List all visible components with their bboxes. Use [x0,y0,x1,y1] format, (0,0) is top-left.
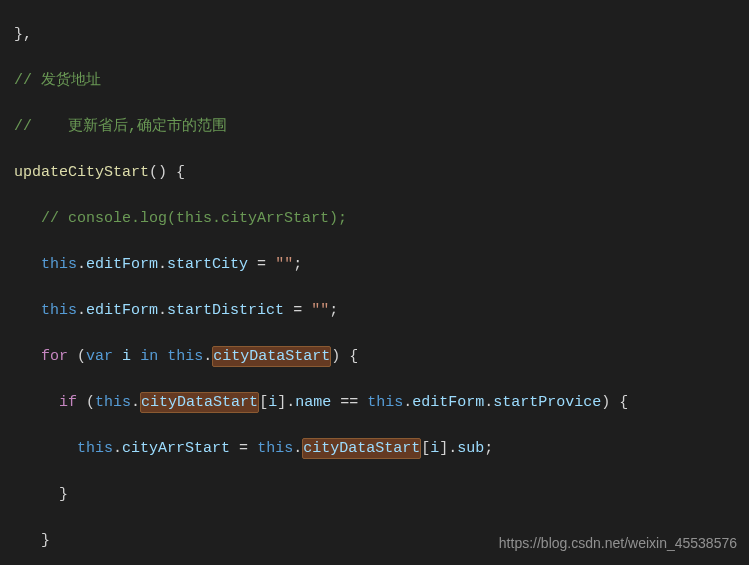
comment: // 更新省后,确定市的范围 [14,118,227,135]
comment: // 发货地址 [14,72,101,89]
code-line: this.cityArrStart = this.cityDataStart[i… [14,437,749,460]
function-name: updateCityStart [14,164,149,181]
code-line: this.editForm.startCity = ""; [14,253,749,276]
highlight: cityDataStart [141,394,258,411]
var-i: i [268,394,277,411]
watermark-text: https://blog.csdn.net/weixin_45538576 [499,532,737,555]
keyword-if: if [59,394,77,411]
code-line: updateCityStart() { [14,161,749,184]
string: "" [311,302,329,319]
code-line: for (var i in this.cityDataStart) { [14,345,749,368]
prop: sub [457,440,484,457]
prop: name [295,394,331,411]
prop: editForm [412,394,484,411]
string: "" [275,256,293,273]
prop: cityArrStart [122,440,230,457]
keyword-var: var [86,348,113,365]
keyword-for: for [41,348,68,365]
prop: startProvice [493,394,601,411]
code-line: } [14,483,749,506]
prop: editForm [86,256,158,273]
code-line: // console.log(this.cityArrStart); [14,207,749,230]
prop: startCity [167,256,248,273]
code-line: // 发货地址 [14,69,749,92]
comment: // console.log(this.cityArrStart); [41,210,347,227]
code-line: if (this.cityDataStart[i].name == this.e… [14,391,749,414]
code-line: // 更新省后,确定市的范围 [14,115,749,138]
keyword-this: this [167,348,203,365]
code-line: this.editForm.startDistrict = ""; [14,299,749,322]
op: == [340,394,358,411]
keyword-in: in [140,348,158,365]
highlight: cityDataStart [303,440,420,457]
var-i: i [122,348,131,365]
code-editor[interactable]: }, // 发货地址 // 更新省后,确定市的范围 updateCityStar… [0,0,749,565]
code-line: }, [14,23,749,46]
brace: }, [14,26,32,43]
prop: editForm [86,302,158,319]
highlight: cityDataStart [213,348,330,365]
var-i: i [430,440,439,457]
prop: startDistrict [167,302,284,319]
